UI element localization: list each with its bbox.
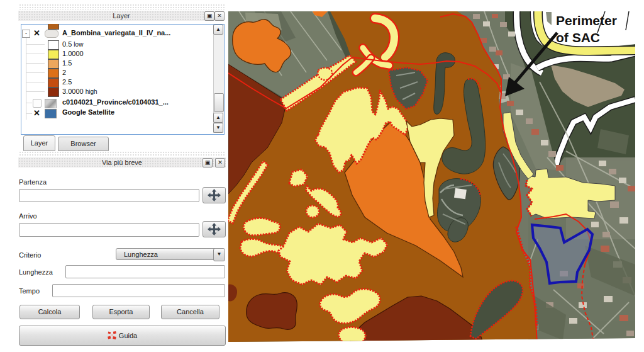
svg-text:of SAC: of SAC xyxy=(556,30,600,45)
svg-text:Perimeter: Perimeter xyxy=(556,13,617,28)
